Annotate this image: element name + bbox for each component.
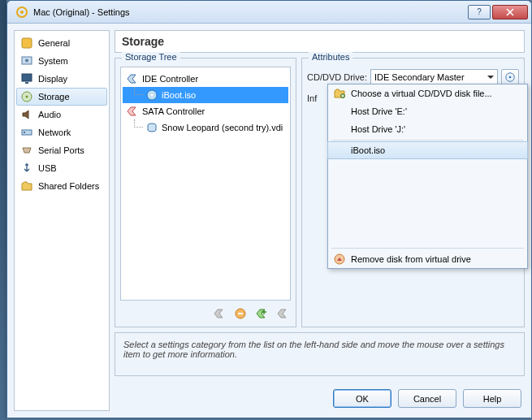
svg-rect-9	[22, 130, 32, 135]
svg-point-8	[26, 96, 28, 98]
sidebar-item-label: Shared Folders	[38, 181, 99, 191]
remove-attachment-button[interactable]	[275, 305, 291, 322]
menu-iboot[interactable]: iBoot.iso	[327, 141, 528, 159]
sidebar-item-label: USB	[38, 163, 57, 173]
sidebar-item-label: Network	[38, 128, 71, 137]
disc-icon	[145, 89, 158, 102]
cancel-button[interactable]: Cancel	[398, 389, 456, 408]
storage-tree-group: Storage Tree IDE Controller iBoot.iso	[115, 58, 296, 327]
sidebar-item-label: Display	[38, 74, 67, 84]
svg-rect-10	[24, 132, 25, 133]
disk-context-menu: Choose a virtual CD/DVD disk file... Hos…	[327, 84, 528, 269]
svg-rect-6	[25, 82, 28, 84]
tree-iboot[interactable]: iBoot.iso	[123, 87, 288, 103]
sidebar-item-shared[interactable]: Shared Folders	[16, 177, 107, 195]
sidebar-item-display[interactable]: Display	[16, 70, 107, 88]
hint-text: Select a settings category from the list…	[115, 332, 525, 376]
remove-controller-button[interactable]	[232, 305, 249, 322]
menu-host-e[interactable]: Host Drive 'E:'	[328, 102, 527, 120]
ok-button[interactable]: OK	[333, 389, 391, 408]
help-button-bottom[interactable]: Help	[463, 389, 521, 408]
ide-icon	[126, 72, 139, 85]
sidebar-item-network[interactable]: Network	[16, 123, 107, 141]
app-icon	[15, 6, 28, 19]
sidebar-item-general[interactable]: General	[16, 34, 107, 52]
sata-icon	[126, 105, 139, 118]
sidebar-item-usb[interactable]: USB	[16, 159, 107, 177]
hdd-icon	[145, 121, 158, 134]
tree-label: SATA Controller	[142, 106, 205, 116]
group-label: Storage Tree	[122, 52, 180, 62]
help-button[interactable]: ?	[468, 5, 491, 19]
menu-choose-file[interactable]: Choose a virtual CD/DVD disk file...	[328, 84, 527, 102]
svg-rect-15	[238, 313, 243, 314]
sidebar-item-label: General	[38, 38, 70, 48]
sidebar-item-label: System	[38, 56, 68, 66]
menu-separator	[331, 140, 524, 141]
svg-point-1	[20, 11, 24, 14]
sidebar-item-label: Storage	[38, 92, 70, 102]
menu-remove-disk[interactable]: Remove disk from virtual drive	[328, 250, 527, 268]
drive-label: CD/DVD Drive:	[307, 72, 367, 82]
sidebar-item-system[interactable]: System	[16, 52, 107, 70]
storage-tree[interactable]: IDE Controller iBoot.iso SATA Controller	[120, 67, 291, 301]
tree-label: Snow Leopard (second try).vdi	[162, 123, 283, 132]
tree-label: IDE Controller	[142, 74, 198, 84]
svg-rect-5	[22, 74, 32, 81]
sidebar-item-serial[interactable]: Serial Ports	[16, 141, 107, 159]
svg-rect-2	[22, 38, 32, 48]
svg-point-12	[151, 94, 154, 97]
svg-point-4	[25, 59, 28, 63]
tree-snow-leopard[interactable]: Snow Leopard (second try).vdi	[123, 119, 288, 136]
svg-point-17	[509, 76, 512, 79]
sidebar: General System Display Storage Audio Net…	[14, 30, 110, 411]
sidebar-item-storage[interactable]: Storage	[16, 88, 107, 106]
tree-ide-controller[interactable]: IDE Controller	[123, 71, 288, 87]
add-controller-button[interactable]	[211, 305, 227, 322]
drive-menu-button[interactable]	[501, 69, 519, 85]
titlebar[interactable]: Mac (Original) - Settings ?	[7, 1, 531, 24]
menu-separator	[331, 248, 524, 249]
tree-label: iBoot.iso	[162, 90, 196, 100]
window-title: Mac (Original) - Settings	[33, 7, 468, 17]
eject-icon	[333, 253, 346, 266]
close-button[interactable]	[492, 5, 528, 19]
drive-select[interactable]: IDE Secondary Master	[370, 69, 498, 85]
menu-host-j[interactable]: Host Drive 'J:'	[328, 120, 527, 138]
tree-sata-controller[interactable]: SATA Controller	[123, 103, 288, 119]
sidebar-item-audio[interactable]: Audio	[16, 106, 107, 123]
add-attachment-button[interactable]	[253, 305, 270, 322]
page-title: Storage	[115, 30, 525, 53]
settings-window: Mac (Original) - Settings ? General Syst…	[6, 0, 532, 418]
info-label: Inf	[307, 93, 317, 103]
sidebar-item-label: Serial Ports	[38, 145, 84, 155]
folder-icon	[333, 87, 346, 100]
group-label: Attributes	[309, 52, 353, 62]
sidebar-item-label: Audio	[38, 110, 61, 119]
